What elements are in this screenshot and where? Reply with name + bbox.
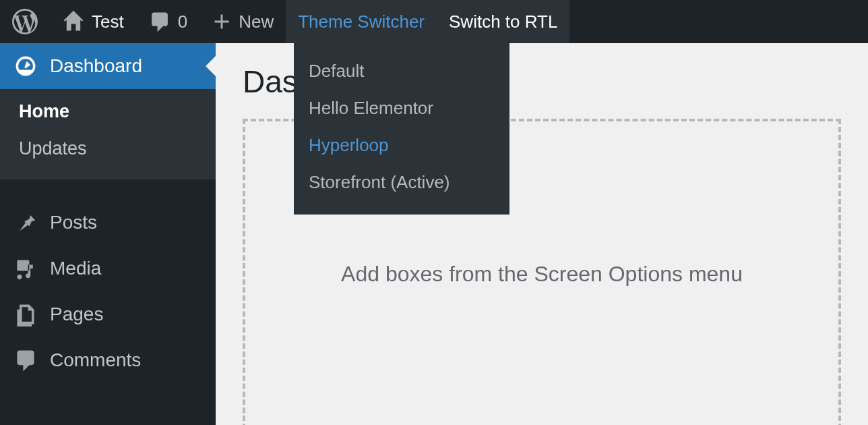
dashboard-empty-hint: Add boxes from the Screen Options menu <box>341 262 743 287</box>
comment-count: 0 <box>178 11 187 32</box>
home-icon <box>62 10 85 33</box>
submenu-item-updates[interactable]: Updates <box>0 130 216 167</box>
media-icon <box>13 256 38 281</box>
switch-rtl-label: Switch to RTL <box>449 11 557 32</box>
sidebar-item-dashboard[interactable]: Dashboard <box>0 43 216 89</box>
comments-link[interactable]: 0 <box>136 0 199 43</box>
pages-icon <box>13 302 38 327</box>
site-home-link[interactable]: Test <box>50 0 136 43</box>
theme-option-hello-elementor[interactable]: Hello Elementor <box>294 90 509 127</box>
sidebar-item-posts[interactable]: Posts <box>0 200 216 246</box>
sidebar-item-pages[interactable]: Pages <box>0 291 216 337</box>
theme-option-default[interactable]: Default <box>294 53 509 90</box>
sidebar-item-label: Pages <box>50 304 103 325</box>
sidebar-separator <box>0 179 216 200</box>
sidebar-item-media[interactable]: Media <box>0 246 216 291</box>
new-content-label: New <box>239 11 274 32</box>
admin-sidebar: Dashboard Home Updates Posts Media Pages… <box>0 43 216 425</box>
sidebar-item-label: Media <box>50 258 101 279</box>
admin-bar: Test 0 New Theme Switcher Switch to RTL <box>0 0 868 43</box>
sidebar-item-label: Comments <box>50 349 141 371</box>
sidebar-item-comments[interactable]: Comments <box>0 337 216 383</box>
plus-icon <box>212 11 232 32</box>
comment-icon <box>13 348 38 372</box>
theme-switcher-label: Theme Switcher <box>298 11 425 32</box>
wordpress-icon <box>12 9 38 34</box>
sidebar-item-label: Posts <box>50 212 97 233</box>
comment-icon <box>148 10 171 33</box>
dashboard-submenu: Home Updates <box>0 89 216 179</box>
theme-option-storefront[interactable]: Storefront (Active) <box>294 164 509 201</box>
pushpin-icon <box>13 210 38 235</box>
new-content-menu[interactable]: New <box>199 0 286 43</box>
theme-switcher-menu[interactable]: Theme Switcher <box>286 0 437 43</box>
switch-rtl-link[interactable]: Switch to RTL <box>437 0 569 43</box>
wordpress-logo[interactable] <box>0 0 50 43</box>
dashboard-icon <box>13 54 38 78</box>
sidebar-item-label: Dashboard <box>50 55 142 77</box>
site-name-label: Test <box>92 11 124 32</box>
submenu-item-home[interactable]: Home <box>0 93 216 130</box>
theme-switcher-dropdown: Default Hello Elementor Hyperloop Storef… <box>294 43 509 215</box>
theme-option-hyperloop[interactable]: Hyperloop <box>294 127 509 164</box>
